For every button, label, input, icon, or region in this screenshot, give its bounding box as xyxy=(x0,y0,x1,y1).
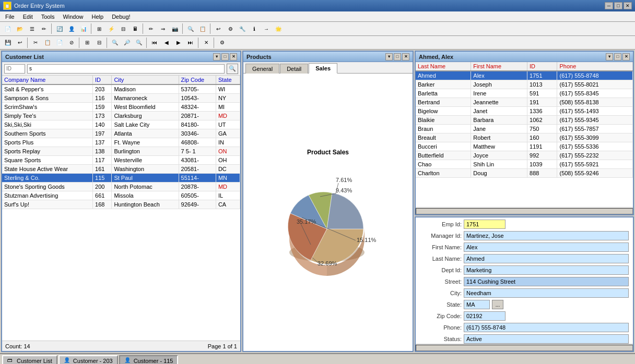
products-close[interactable]: ✕ xyxy=(402,53,409,60)
table-row[interactable]: Salt & Pepper's 203 Madison 53705- WI xyxy=(2,84,240,94)
table-row[interactable]: Sterling & Co. 115 St Paul 55114- MN xyxy=(2,174,240,183)
panel-minimize[interactable]: ▾ xyxy=(213,53,220,60)
table-row[interactable]: Stutzman Advertising 661 Missola 60505- … xyxy=(2,191,240,200)
city-input[interactable] xyxy=(464,288,629,298)
tab-detail[interactable]: Detail xyxy=(280,64,308,74)
table-row[interactable]: Bertrand Jeannette 191 (508) 555-8138 xyxy=(416,98,633,107)
tab-general[interactable]: General xyxy=(245,64,279,74)
tb6[interactable]: 🖩 xyxy=(130,23,141,34)
taskbar-customerlist[interactable]: 🗃 Customer List xyxy=(2,355,57,364)
tb2-5[interactable]: 📄 xyxy=(54,37,65,48)
menu-tools[interactable]: Tools xyxy=(38,13,58,20)
detail-close[interactable]: ✕ xyxy=(622,53,630,60)
table-row[interactable]: State House Active Wear 161 Washington 2… xyxy=(2,165,240,174)
table-row[interactable]: Southern Sports 197 Atlanta 30346- GA xyxy=(2,129,240,138)
col-zip[interactable]: Zip Code xyxy=(179,76,216,84)
zipcode-input[interactable] xyxy=(464,311,505,321)
tb13[interactable]: ⚙ xyxy=(225,23,236,34)
table-row[interactable]: Barker Joseph 1013 (617) 555-8021 xyxy=(416,80,633,89)
tb2-6[interactable]: ⊘ xyxy=(66,37,77,48)
products-minimize[interactable]: ▾ xyxy=(385,53,393,60)
empid-input[interactable] xyxy=(464,220,505,229)
col-firstname[interactable]: First Name xyxy=(471,62,527,71)
state-ellipsis[interactable]: ... xyxy=(492,300,503,309)
tb2-7[interactable]: ⊞ xyxy=(81,37,93,48)
table-row[interactable]: Simply Tee's 173 Clarksburg 20871- MD xyxy=(2,112,240,120)
maximize-button[interactable]: □ xyxy=(614,2,622,9)
tb5[interactable]: ⊟ xyxy=(117,23,129,34)
table-row[interactable]: Stone's Sporting Goods 200 North Potomac… xyxy=(2,183,240,191)
table-row[interactable]: Bucceri Matthew 1191 (617) 555-5336 xyxy=(416,142,633,151)
refresh-button[interactable]: 🔄 xyxy=(54,23,65,34)
minimize-button[interactable]: ─ xyxy=(605,2,613,9)
col-lastname[interactable]: Last Name xyxy=(416,62,471,71)
tb12[interactable]: ↩ xyxy=(213,23,224,34)
col-phone[interactable]: Phone xyxy=(557,62,633,71)
table-row[interactable]: Sports Replay 138 Burlington 7 5- 1 ON xyxy=(2,147,240,156)
chart-button[interactable]: 📊 xyxy=(78,23,89,34)
tb7[interactable]: ✏ xyxy=(145,23,157,34)
tb11[interactable]: 📋 xyxy=(197,23,208,34)
tb9[interactable]: 📷 xyxy=(169,23,181,34)
search-button[interactable]: 🔍 xyxy=(227,64,238,74)
open-button[interactable]: 📂 xyxy=(14,23,26,34)
table-row[interactable]: Bigelow Janet 1336 (617) 555-1493 xyxy=(416,107,633,116)
table-row[interactable]: Charlton Doug 888 (508) 555-9246 xyxy=(416,169,633,178)
col-city[interactable]: City xyxy=(112,76,179,84)
tb2-next[interactable]: ▶ xyxy=(173,37,184,48)
status-input[interactable] xyxy=(464,334,629,344)
lastname-input[interactable] xyxy=(464,254,629,263)
col-state[interactable]: State xyxy=(216,76,240,84)
panel-maximize[interactable]: □ xyxy=(221,53,229,60)
tb8[interactable]: ⇒ xyxy=(157,23,169,34)
col-company[interactable]: Company Name xyxy=(2,76,93,84)
street-input[interactable] xyxy=(464,277,629,286)
user-button[interactable]: 👤 xyxy=(66,23,77,34)
list-button[interactable]: ☰ xyxy=(26,23,38,34)
deptid-input[interactable] xyxy=(464,265,629,275)
form-scrollbar-h[interactable] xyxy=(416,344,633,351)
table-row[interactable]: Square Sports 117 Westerville 43081- OH xyxy=(2,156,240,165)
customer-table[interactable]: Company Name ID City Zip Code State Salt… xyxy=(2,76,240,341)
table-row[interactable]: Blaikie Barbara 1062 (617) 555-9345 xyxy=(416,116,633,125)
menu-file[interactable]: File xyxy=(2,13,18,20)
tb10[interactable]: 🔍 xyxy=(185,23,196,34)
firstname-input[interactable] xyxy=(464,242,629,252)
col-id[interactable]: ID xyxy=(93,76,112,84)
table-row[interactable]: Butterfield Joyce 992 (617) 555-2232 xyxy=(416,151,633,160)
new-button[interactable]: 📄 xyxy=(2,23,14,34)
phone-input[interactable] xyxy=(464,323,629,332)
taskbar-customer115[interactable]: 👤 Customer - 115 xyxy=(119,355,179,364)
tb2-11[interactable]: 🔍 xyxy=(133,37,145,48)
tb16[interactable]: → xyxy=(261,23,272,34)
table-row[interactable]: Braun Jane 750 (617) 555-7857 xyxy=(416,125,633,134)
menu-debug[interactable]: Debug! xyxy=(109,13,133,20)
close-button[interactable]: ✕ xyxy=(624,2,632,9)
tab-sales[interactable]: Sales xyxy=(309,63,337,74)
tb2-10[interactable]: 🔎 xyxy=(121,37,133,48)
table-row[interactable]: Sports Plus 137 Ft. Wayne 46808- IN xyxy=(2,138,240,147)
tb2-prev[interactable]: ◀ xyxy=(161,37,172,48)
tb15[interactable]: ℹ xyxy=(249,23,260,34)
tb2-last[interactable]: ⏭ xyxy=(185,37,196,48)
tb4[interactable]: ⚡ xyxy=(105,23,117,34)
menu-window[interactable]: Window xyxy=(60,13,86,20)
table-row[interactable]: Barletta Irene 591 (617) 555-8345 xyxy=(416,89,633,98)
tb2-2[interactable]: ↩ xyxy=(14,37,26,48)
panel-close[interactable]: ✕ xyxy=(230,53,237,60)
state-input[interactable] xyxy=(464,300,490,309)
table-row[interactable]: Ahmed Alex 1751 (617) 555-8748 xyxy=(416,71,633,80)
table-row[interactable]: Breault Robert 160 (617) 555-3099 xyxy=(416,134,633,142)
tb2-close[interactable]: ✕ xyxy=(201,37,212,48)
search-id-input[interactable] xyxy=(4,64,25,74)
menu-help[interactable]: Help xyxy=(89,13,107,20)
tb2-1[interactable]: 💾 xyxy=(2,37,14,48)
table-row[interactable]: Chao Shih Lin 1039 (617) 555-5921 xyxy=(416,160,633,169)
tb14[interactable]: 🔧 xyxy=(237,23,248,34)
products-maximize[interactable]: □ xyxy=(394,53,401,60)
detail-maximize[interactable]: □ xyxy=(614,53,621,60)
tb17[interactable]: 🌟 xyxy=(273,23,284,34)
table-row[interactable]: Ski,Ski,Ski 140 Salt Lake City 84180- UT xyxy=(2,120,240,129)
search-text-input[interactable] xyxy=(27,64,225,74)
customer-detail-table[interactable]: Last Name First Name ID Phone Ahmed Alex… xyxy=(416,62,633,207)
